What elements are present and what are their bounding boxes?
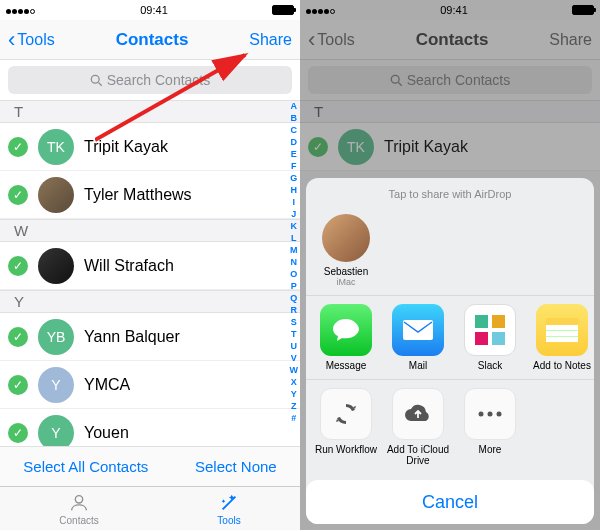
contacts-icon xyxy=(68,492,90,514)
index-bar[interactable]: ABCDEFGHIJKLMNOPQRSTUVWXYZ# xyxy=(290,100,299,424)
svg-point-7 xyxy=(479,412,484,417)
contact-name: Tripit Kayak xyxy=(84,138,168,156)
svg-point-8 xyxy=(488,412,493,417)
select-none-button[interactable]: Select None xyxy=(195,458,277,475)
tab-bar: Contacts Tools xyxy=(0,486,300,530)
share-message[interactable]: Message xyxy=(312,304,380,371)
check-icon[interactable]: ✓ xyxy=(8,185,28,205)
svg-point-0 xyxy=(91,75,99,83)
bottom-actions: Select All Contacts Select None xyxy=(0,446,300,486)
share-sheet: Tap to share with AirDrop Sebastien iMac… xyxy=(306,178,594,524)
svg-rect-6 xyxy=(403,320,433,340)
person-icon xyxy=(322,214,370,262)
avatar xyxy=(38,248,74,284)
notes-icon xyxy=(536,304,588,356)
page-title: Contacts xyxy=(116,30,189,50)
status-bar: 09:41 xyxy=(0,0,300,20)
svg-line-1 xyxy=(98,82,101,85)
more-icon xyxy=(464,388,516,440)
section-header-t: T xyxy=(0,100,300,123)
mail-icon xyxy=(392,304,444,356)
contact-name: Tyler Matthews xyxy=(84,186,192,204)
message-icon xyxy=(320,304,372,356)
share-slack[interactable]: Slack xyxy=(456,304,524,371)
workflow-icon xyxy=(320,388,372,440)
contact-row[interactable]: ✓ Tyler Matthews xyxy=(0,171,300,219)
check-icon[interactable]: ✓ xyxy=(8,423,28,443)
avatar xyxy=(38,177,74,213)
airdrop-target[interactable]: Sebastien iMac xyxy=(312,214,380,287)
sheet-title: Tap to share with AirDrop xyxy=(306,186,594,208)
avatar: YB xyxy=(38,319,74,355)
slack-icon xyxy=(464,304,516,356)
contact-row[interactable]: ✓ Will Strafach xyxy=(0,242,300,290)
back-button[interactable]: ‹Tools xyxy=(8,29,55,51)
action-icloud[interactable]: Add To iCloud Drive xyxy=(384,388,452,466)
action-more[interactable]: More xyxy=(456,388,524,466)
search-icon xyxy=(90,74,103,87)
contact-row[interactable]: ✓ TK Tripit Kayak xyxy=(0,123,300,171)
nav-bar: ‹Tools Contacts Share xyxy=(0,20,300,60)
avatar: Y xyxy=(38,367,74,403)
svg-point-9 xyxy=(497,412,502,417)
tab-contacts[interactable]: Contacts xyxy=(59,492,98,526)
share-button[interactable]: Share xyxy=(249,31,292,49)
contact-name: Will Strafach xyxy=(84,257,174,275)
search-input[interactable]: Search Contacts xyxy=(8,66,292,94)
contact-name: Youen xyxy=(84,424,129,442)
action-workflow[interactable]: Run Workflow xyxy=(312,388,380,466)
check-icon[interactable]: ✓ xyxy=(8,137,28,157)
chevron-left-icon: ‹ xyxy=(8,29,15,51)
avatar: TK xyxy=(38,129,74,165)
tab-tools[interactable]: Tools xyxy=(217,492,240,526)
check-icon[interactable]: ✓ xyxy=(8,327,28,347)
contact-name: Yann Balquer xyxy=(84,328,180,346)
svg-point-2 xyxy=(75,495,82,502)
icloud-icon xyxy=(392,388,444,440)
contact-name: YMCA xyxy=(84,376,130,394)
status-time: 09:41 xyxy=(140,4,168,16)
cancel-button[interactable]: Cancel xyxy=(306,480,594,524)
wand-icon xyxy=(218,492,240,514)
share-mail[interactable]: Mail xyxy=(384,304,452,371)
select-all-button[interactable]: Select All Contacts xyxy=(23,458,148,475)
share-notes[interactable]: Add to Notes xyxy=(528,304,594,371)
battery-icon xyxy=(272,5,294,15)
section-header-w: W xyxy=(0,219,300,242)
contact-row[interactable]: ✓ Y YMCA xyxy=(0,361,300,409)
check-icon[interactable]: ✓ xyxy=(8,375,28,395)
contact-row[interactable]: ✓ YB Yann Balquer xyxy=(0,313,300,361)
check-icon[interactable]: ✓ xyxy=(8,256,28,276)
section-header-y: Y xyxy=(0,290,300,313)
